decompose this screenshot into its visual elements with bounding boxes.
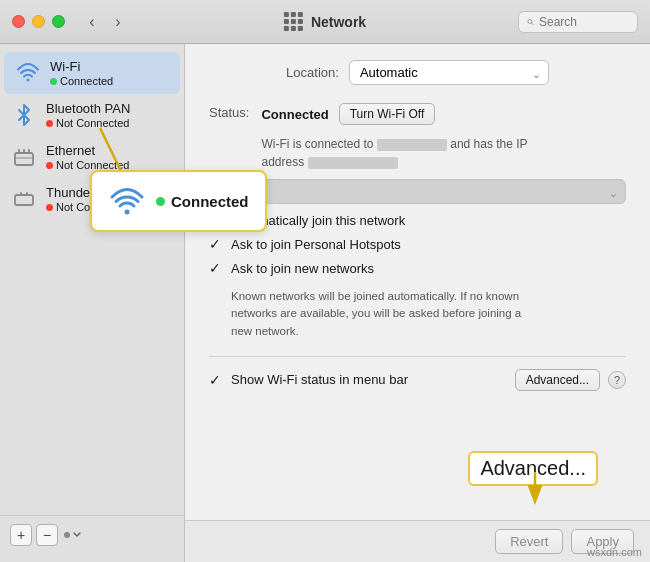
chevron-icon xyxy=(72,530,82,540)
thunderbolt-label: Thunderbolt Bridge Not Connected xyxy=(46,185,174,213)
network-name-label xyxy=(209,179,249,181)
network-select-row xyxy=(261,179,626,204)
redacted-ssid xyxy=(377,139,447,151)
svg-rect-4 xyxy=(15,195,33,205)
spacer-label xyxy=(209,133,249,135)
disconnected-dot xyxy=(46,162,53,169)
location-row: Location: Automatic xyxy=(209,60,626,85)
checkbox-new-networks[interactable]: ✓ Ask to join new networks xyxy=(209,260,626,276)
sidebar-item-thunderbolt[interactable]: Thunderbolt Bridge Not Connected xyxy=(0,178,184,220)
network-name-select[interactable] xyxy=(261,179,626,204)
search-bar[interactable] xyxy=(518,11,638,33)
bluetooth-label: Bluetooth PAN Not Connected xyxy=(46,101,174,129)
sidebar-footer: + − xyxy=(0,515,184,554)
window-title: Network xyxy=(311,14,366,30)
apply-button[interactable]: Apply xyxy=(571,529,634,554)
titlebar: ‹ › Network xyxy=(0,0,650,44)
advanced-button[interactable]: Advanced... xyxy=(515,369,600,391)
title-area: Network xyxy=(284,12,366,31)
search-icon xyxy=(527,16,534,28)
content-wrapper: Location: Automatic Status: Connected Tu… xyxy=(185,44,650,562)
show-wifi-row: ✓ Show Wi-Fi status in menu bar xyxy=(209,372,408,388)
checkmark-personal-hotspot: ✓ xyxy=(209,236,225,252)
bottom-right: Advanced... ? xyxy=(515,369,626,391)
sidebar-item-ethernet[interactable]: Ethernet Not Connected xyxy=(0,136,184,178)
nav-buttons: ‹ › xyxy=(81,11,129,33)
content-panel: Location: Automatic Status: Connected Tu… xyxy=(185,44,650,520)
checkmark-show-wifi: ✓ xyxy=(209,372,225,388)
add-network-button[interactable]: + xyxy=(10,524,32,546)
known-networks-note: Known networks will be joined automatica… xyxy=(231,288,531,340)
wifi-label: Wi-Fi Connected xyxy=(50,59,170,87)
svg-rect-3 xyxy=(15,153,33,165)
location-select-wrap[interactable]: Automatic xyxy=(349,60,549,85)
location-label: Location: xyxy=(286,65,339,80)
revert-button[interactable]: Revert xyxy=(495,529,563,554)
bluetooth-icon xyxy=(10,101,38,129)
help-button[interactable]: ? xyxy=(608,371,626,389)
checkmark-new-networks: ✓ xyxy=(209,260,225,276)
maximize-button[interactable] xyxy=(52,15,65,28)
network-settings-button[interactable] xyxy=(64,530,82,540)
ethernet-label: Ethernet Not Connected xyxy=(46,143,174,171)
location-select[interactable]: Automatic xyxy=(349,60,549,85)
checkmark-auto-join: ✓ xyxy=(209,212,225,228)
svg-point-0 xyxy=(528,19,532,23)
remove-network-button[interactable]: − xyxy=(36,524,58,546)
sidebar: Wi-Fi Connected Bluetooth PAN Not Connec… xyxy=(0,44,185,562)
connected-dot xyxy=(50,78,57,85)
thunderbolt-icon xyxy=(10,185,38,213)
disconnected-dot xyxy=(46,204,53,211)
status-label: Status: xyxy=(209,103,249,120)
redacted-ip xyxy=(308,157,398,169)
main-area: Wi-Fi Connected Bluetooth PAN Not Connec… xyxy=(0,44,650,562)
sidebar-item-wifi[interactable]: Wi-Fi Connected xyxy=(4,52,180,94)
network-name-select-wrap[interactable] xyxy=(261,179,626,204)
back-button[interactable]: ‹ xyxy=(81,11,103,33)
checkbox-list: ✓ Automatically join this network ✓ Ask … xyxy=(209,212,626,340)
traffic-lights xyxy=(12,15,65,28)
checkbox-auto-join[interactable]: ✓ Automatically join this network xyxy=(209,212,626,228)
info-grid: Status: Connected Turn Wi-Fi Off Wi-Fi i… xyxy=(209,103,626,204)
sidebar-item-bluetooth[interactable]: Bluetooth PAN Not Connected xyxy=(0,94,184,136)
forward-button[interactable]: › xyxy=(107,11,129,33)
minimize-button[interactable] xyxy=(32,15,45,28)
close-button[interactable] xyxy=(12,15,25,28)
search-input[interactable] xyxy=(539,15,629,29)
ethernet-icon xyxy=(10,143,38,171)
disconnected-dot xyxy=(46,120,53,127)
turn-wifi-off-button[interactable]: Turn Wi-Fi Off xyxy=(339,103,436,125)
grid-icon xyxy=(284,12,303,31)
bottom-bar: ✓ Show Wi-Fi status in menu bar Advanced… xyxy=(209,356,626,391)
checkbox-personal-hotspot[interactable]: ✓ Ask to join Personal Hotspots xyxy=(209,236,626,252)
svg-point-2 xyxy=(27,79,30,82)
revert-apply-row: Revert Apply xyxy=(185,520,650,562)
status-value: Connected Turn Wi-Fi Off xyxy=(261,103,626,125)
wifi-info-text: Wi-Fi is connected to and has the IP add… xyxy=(261,135,626,171)
wifi-icon xyxy=(14,59,42,87)
svg-line-1 xyxy=(531,22,533,24)
